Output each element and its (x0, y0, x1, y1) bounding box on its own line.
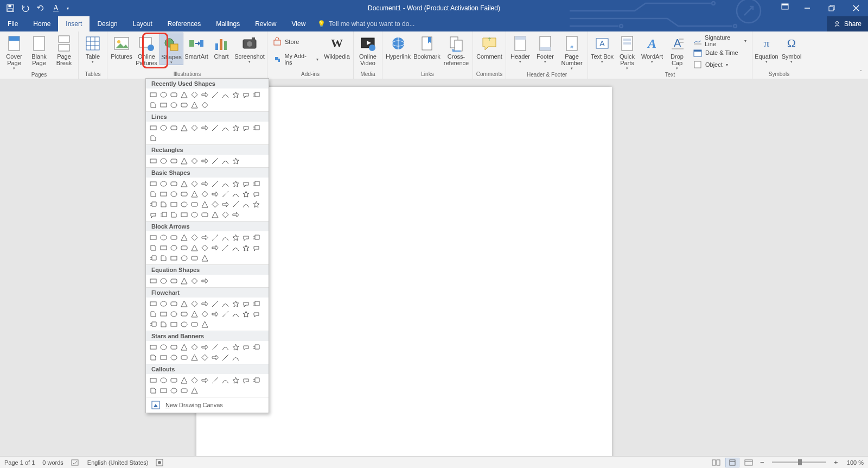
zoom-level[interactable]: 100 % (847, 459, 864, 466)
restore-button[interactable] (819, 0, 844, 16)
shape-item[interactable] (241, 375, 251, 385)
new-drawing-canvas-item[interactable]: New Drawing Canvas (146, 397, 269, 413)
shape-item[interactable] (231, 123, 241, 133)
shape-item[interactable] (179, 100, 189, 110)
drop-cap-button[interactable]: A Drop Cap▾ (665, 33, 689, 71)
cross-reference-button[interactable]: Cross-reference (442, 33, 470, 66)
shape-item[interactable] (220, 189, 231, 199)
shape-item[interactable] (148, 253, 158, 263)
store-button[interactable]: Store (270, 36, 322, 48)
shape-item[interactable] (179, 90, 189, 100)
shape-item[interactable] (179, 210, 189, 220)
macro-recording-icon[interactable] (156, 459, 163, 466)
shape-item[interactable] (169, 179, 179, 189)
shape-item[interactable] (189, 243, 200, 253)
shape-item[interactable] (210, 210, 220, 220)
shape-item[interactable] (148, 243, 158, 253)
header-button[interactable]: Header▾ (508, 33, 532, 64)
shape-item[interactable] (179, 342, 189, 352)
blank-page-button[interactable]: Blank Page (27, 33, 51, 66)
shape-item[interactable] (148, 342, 158, 352)
symbol-button[interactable]: Ω Symbol▾ (780, 33, 803, 64)
status-page[interactable]: Page 1 of 1 (4, 459, 35, 466)
shape-item[interactable] (231, 232, 241, 243)
shape-item[interactable] (179, 385, 189, 396)
hyperlink-button[interactable]: Hyperlink (385, 33, 412, 60)
shape-item[interactable] (200, 90, 210, 100)
tell-me-search[interactable]: 💡 (313, 16, 442, 31)
shape-item[interactable] (169, 232, 179, 243)
shape-item[interactable] (179, 352, 189, 363)
shape-item[interactable] (241, 309, 251, 319)
shape-item[interactable] (241, 299, 251, 309)
shape-item[interactable] (220, 199, 231, 210)
shape-item[interactable] (231, 375, 241, 385)
shape-item[interactable] (189, 123, 200, 133)
shape-item[interactable] (169, 243, 179, 253)
shape-item[interactable] (231, 309, 241, 319)
pictures-button[interactable]: Pictures (110, 33, 133, 60)
shape-item[interactable] (200, 243, 210, 253)
shape-item[interactable] (169, 276, 179, 286)
status-words[interactable]: 0 words (42, 459, 63, 466)
shape-item[interactable] (231, 156, 241, 166)
shape-item[interactable] (220, 210, 231, 220)
online-video-button[interactable]: Online Video (356, 33, 380, 66)
shape-item[interactable] (148, 375, 158, 385)
print-layout-button[interactable] (725, 458, 739, 467)
shape-item[interactable] (189, 100, 200, 110)
tab-references[interactable]: References (160, 16, 208, 31)
shape-item[interactable] (158, 156, 169, 166)
shape-item[interactable] (158, 100, 169, 110)
shape-item[interactable] (210, 352, 220, 363)
shape-item[interactable] (169, 123, 179, 133)
shape-item[interactable] (158, 309, 169, 319)
shape-item[interactable] (220, 375, 231, 385)
zoom-in-button[interactable]: + (832, 458, 840, 466)
shape-item[interactable] (189, 199, 200, 210)
shape-item[interactable] (189, 276, 200, 286)
shape-item[interactable] (158, 253, 169, 263)
shape-item[interactable] (210, 123, 220, 133)
shape-item[interactable] (158, 319, 169, 330)
shape-item[interactable] (200, 189, 210, 199)
shape-item[interactable] (148, 319, 158, 330)
shape-item[interactable] (241, 232, 251, 243)
shape-item[interactable] (169, 299, 179, 309)
footer-button[interactable]: Footer▾ (533, 33, 557, 64)
shape-item[interactable] (189, 210, 200, 220)
shape-item[interactable] (251, 189, 261, 199)
shape-item[interactable] (169, 90, 179, 100)
smartart-button[interactable]: SmartArt (184, 33, 208, 60)
shape-item[interactable] (220, 243, 231, 253)
shape-item[interactable] (169, 352, 179, 363)
screenshot-button[interactable]: Screenshot▾ (234, 33, 265, 64)
shape-item[interactable] (220, 299, 231, 309)
shape-item[interactable] (169, 100, 179, 110)
shape-item[interactable] (148, 123, 158, 133)
shape-item[interactable] (148, 199, 158, 210)
shape-item[interactable] (200, 123, 210, 133)
shape-item[interactable] (169, 385, 179, 396)
shape-item[interactable] (231, 179, 241, 189)
shape-item[interactable] (241, 123, 251, 133)
ribbon-display-options-button[interactable] (777, 0, 793, 13)
shape-item[interactable] (251, 123, 261, 133)
shape-item[interactable] (231, 342, 241, 352)
shape-item[interactable] (148, 133, 158, 143)
shape-item[interactable] (189, 179, 200, 189)
shape-item[interactable] (231, 243, 241, 253)
save-button[interactable] (3, 2, 17, 15)
shape-item[interactable] (169, 210, 179, 220)
shape-item[interactable] (231, 352, 241, 363)
shape-item[interactable] (148, 299, 158, 309)
shape-item[interactable] (158, 232, 169, 243)
my-addins-button[interactable]: My Add-ins (270, 53, 322, 65)
shape-item[interactable] (200, 352, 210, 363)
shape-item[interactable] (210, 243, 220, 253)
shape-item[interactable] (200, 210, 210, 220)
tab-file[interactable]: File (0, 16, 25, 31)
shape-item[interactable] (189, 90, 200, 100)
shape-item[interactable] (220, 179, 231, 189)
redo-button[interactable] (34, 2, 48, 15)
